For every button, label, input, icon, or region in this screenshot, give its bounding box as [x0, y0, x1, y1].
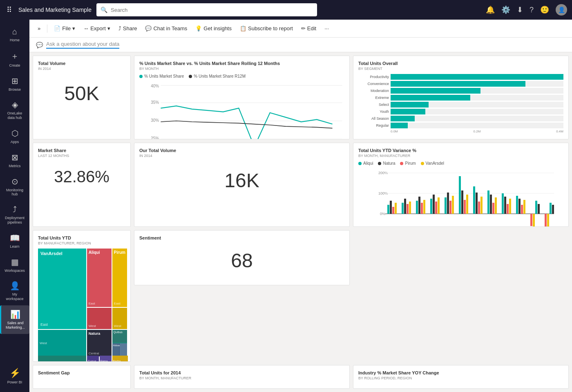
our-total-volume-value: 16K — [139, 161, 344, 200]
market-share-value: 32.86% — [38, 161, 125, 193]
sidebar-item-home[interactable]: ⌂ Home — [0, 23, 29, 47]
card-industry-market-share[interactable]: Industry % Market Share YOY Change BY RO… — [353, 365, 569, 389]
sidebar-item-deployment[interactable]: ⤴ Deploymentpipelines — [0, 201, 29, 229]
svg-rect-33 — [395, 203, 397, 214]
units-market-share-title: % Units Market Share vs. % Units Market … — [139, 61, 344, 66]
svg-text:30%: 30% — [151, 118, 159, 123]
svg-rect-53 — [466, 195, 468, 214]
collapse-button[interactable]: » — [34, 24, 44, 33]
sentiment-gap-title: Sentiment Gap — [38, 370, 125, 375]
settings-icon[interactable]: ⚙️ — [501, 5, 510, 14]
card-units-market-share[interactable]: % Units Market Share vs. % Units Market … — [134, 56, 350, 139]
total-units-2014-title: Total Units for 2014 — [139, 370, 344, 375]
svg-rect-43 — [433, 195, 435, 214]
card-sentiment-gap[interactable]: Sentiment Gap — [33, 365, 131, 389]
svg-rect-37 — [409, 202, 411, 214]
notification-icon[interactable]: 🔔 — [486, 5, 495, 14]
svg-rect-49 — [452, 196, 454, 214]
share-button[interactable]: ⤴ Share — [115, 24, 141, 33]
chat-in-teams-button[interactable]: 💬 Chat in Teams — [142, 24, 190, 33]
our-total-volume-subtitle: IN 2014 — [139, 154, 344, 158]
svg-rect-44 — [435, 202, 437, 214]
svg-rect-34 — [402, 203, 404, 214]
download-icon[interactable]: ⬇ — [517, 5, 523, 14]
svg-rect-42 — [430, 199, 432, 214]
hbar-row-regular: Regular — [358, 123, 563, 128]
sidebar-item-onelake[interactable]: ◈ OneLakedata hub — [0, 96, 29, 124]
card-total-units-ytd[interactable]: Total Units YTD BY MANUFACTURER, REGION … — [33, 230, 131, 362]
card-total-units-2014[interactable]: Total Units for 2014 BY MONTH, MANUFACTU… — [134, 365, 350, 389]
sidebar-item-create[interactable]: ＋ Create — [0, 47, 29, 72]
sidebar-item-monitoring[interactable]: ⊙ Monitoringhub — [0, 172, 29, 201]
treemap-cell-right-bottom: Quibus Abbas — [112, 330, 127, 356]
sidebar-item-workspaces[interactable]: ▦ Workspaces — [0, 253, 29, 277]
qa-text[interactable]: Ask a question about your data — [46, 41, 119, 49]
powerbi-icon: ⚡ — [9, 368, 20, 379]
help-icon[interactable]: ? — [530, 6, 534, 14]
apps-icon: ⬡ — [11, 128, 18, 138]
treemap-cell-multi: Currus Fama West — [87, 356, 112, 362]
treemap-row2: NaturaEast Currus Fama West Barba Leo Sa… — [38, 356, 125, 362]
svg-rect-51 — [461, 190, 463, 214]
get-insights-button[interactable]: 💡 Get insights — [192, 24, 235, 33]
sidebar-item-salesmarketing[interactable]: 📊 Sales andMarketing... — [0, 305, 29, 334]
sidebar-item-learn[interactable]: 📖 Learn — [0, 229, 29, 253]
card-sentiment[interactable]: Sentiment 68 — [134, 230, 350, 285]
teams-icon: 💬 — [145, 25, 152, 31]
card-total-volume[interactable]: Total Volume IN 2014 50K — [33, 56, 131, 139]
svg-rect-38 — [416, 201, 418, 214]
top-nav: ⠿ Sales and Marketing Sample 🔍 🔔 ⚙️ ⬇ ? … — [0, 0, 572, 20]
search-icon: 🔍 — [101, 7, 107, 13]
svg-rect-71 — [533, 214, 535, 226]
hbar-chart-container: Productivity Convenience Moderation Extr… — [358, 74, 563, 133]
svg-rect-47 — [447, 193, 449, 214]
market-share-title: Market Share — [38, 148, 125, 153]
emoji-icon[interactable]: 🙂 — [540, 5, 549, 14]
sidebar-item-myworkspace[interactable]: 👤 Myworkspace — [0, 277, 29, 305]
hbar-row-moderation: Moderation — [358, 88, 563, 94]
svg-rect-64 — [507, 204, 509, 214]
file-button[interactable]: 📄 File ▾ — [51, 24, 78, 33]
edit-button[interactable]: ✏ Edit — [298, 24, 320, 33]
search-input[interactable] — [111, 7, 313, 13]
metrics-icon: ⊠ — [11, 152, 18, 162]
waffle-icon[interactable]: ⠿ — [5, 4, 13, 16]
dashboard: Total Volume IN 2014 50K % Units Market … — [29, 52, 572, 392]
insights-icon: 💡 — [195, 25, 202, 31]
total-volume-subtitle: IN 2014 — [38, 67, 125, 71]
svg-rect-36 — [407, 204, 409, 214]
svg-rect-59 — [490, 195, 492, 214]
sidebar-item-metrics[interactable]: ⊠ Metrics — [0, 148, 29, 172]
hbar-row-convenience: Convenience — [358, 81, 563, 87]
hbar-row-select: Select — [358, 102, 563, 108]
svg-rect-40 — [421, 203, 423, 214]
treemap-cell-pirum-west: West — [112, 308, 127, 329]
sidebar-item-apps[interactable]: ⬡ Apps — [0, 124, 29, 148]
hbar-row-allseason: All Season — [358, 116, 563, 121]
treemap: VanArsdel East Aliqui East Pirum East — [38, 249, 125, 355]
units-market-share-legend: % Units Market Share % Units Market Shar… — [139, 74, 344, 78]
search-bar: 🔍 — [96, 3, 317, 16]
svg-rect-45 — [438, 197, 440, 214]
subscribe-icon: 📋 — [240, 25, 246, 31]
card-market-share[interactable]: Market Share LAST 12 MONTHS 32.86% — [33, 143, 131, 226]
svg-text:0%: 0% — [380, 212, 385, 216]
content-area: » 📄 File ▾ ↔ Export ▾ ⤴ Share 💬 Chat in … — [29, 20, 572, 392]
card-our-total-volume[interactable]: Our Total Volume IN 2014 16K — [134, 143, 350, 226]
sidebar-item-browse[interactable]: ⊞ Browse — [0, 72, 29, 96]
subscribe-button[interactable]: 📋 Subscribe to report — [237, 24, 296, 33]
sidebar-item-powerbi[interactable]: ⚡ Power BI — [0, 364, 29, 389]
svg-rect-57 — [480, 197, 483, 214]
svg-rect-76 — [550, 203, 552, 214]
deployment-icon: ⤴ — [13, 205, 17, 214]
profile-icon[interactable]: 👤 — [556, 4, 567, 16]
card-total-units-overall[interactable]: Total Units Overall BY SEGMENT Productiv… — [353, 56, 569, 139]
export-button[interactable]: ↔ Export ▾ — [80, 24, 114, 33]
svg-rect-35 — [404, 199, 406, 214]
qa-bar[interactable]: 💬 Ask a question about your data — [29, 38, 572, 52]
nav-icons: 🔔 ⚙️ ⬇ ? 🙂 👤 — [486, 4, 567, 16]
card-ytd-variance[interactable]: Total Units YTD Variance % BY MONTH, MAN… — [353, 143, 569, 226]
treemap-cell-right: Barba Leo Salvus — [112, 356, 127, 362]
hbar-row-youth: Youth — [358, 109, 563, 114]
more-button[interactable]: ··· — [321, 24, 332, 33]
